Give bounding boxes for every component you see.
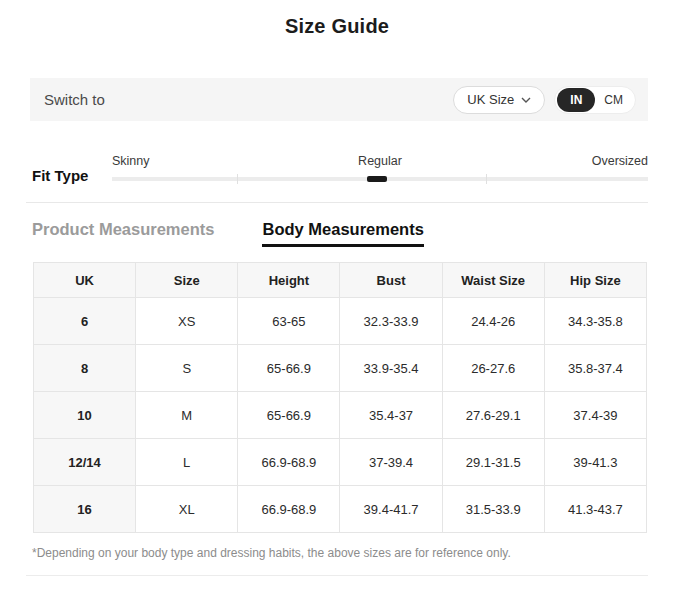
table-cell: 26-27.6: [442, 345, 544, 392]
table-cell: 37-39.4: [340, 439, 442, 486]
fit-option-oversized[interactable]: Oversized: [469, 154, 648, 168]
table-row: 6XS63-6532.3-33.924.4-2634.3-35.8: [34, 298, 647, 345]
table-cell: 27.6-29.1: [442, 392, 544, 439]
fit-type-options: Skinny Regular Oversized: [112, 154, 648, 168]
table-header-cell: Hip Size: [544, 263, 646, 298]
table-cell: 63-65: [238, 298, 340, 345]
table-header-cell: Waist Size: [442, 263, 544, 298]
table-cell: 65-66.9: [238, 345, 340, 392]
fit-type-slider: Skinny Regular Oversized: [112, 154, 648, 181]
table-header-cell: Height: [238, 263, 340, 298]
size-table-head: UKSizeHeightBustWaist SizeHip Size: [34, 263, 647, 298]
size-standard-dropdown[interactable]: UK Size: [453, 86, 545, 114]
footnote: *Depending on your body type and dressin…: [32, 546, 648, 560]
fit-slider-track[interactable]: [112, 177, 648, 181]
table-header-cell: Size: [136, 263, 238, 298]
table-cell: 31.5-33.9: [442, 486, 544, 533]
table-cell: 66.9-68.9: [238, 439, 340, 486]
table-header-cell: Bust: [340, 263, 442, 298]
table-header-row: UKSizeHeightBustWaist SizeHip Size: [34, 263, 647, 298]
size-table: UKSizeHeightBustWaist SizeHip Size 6XS63…: [33, 262, 647, 533]
table-cell: S: [136, 345, 238, 392]
unit-toggle: IN CM: [554, 86, 636, 114]
table-cell: 29.1-31.5: [442, 439, 544, 486]
table-cell: 32.3-33.9: [340, 298, 442, 345]
switch-to-label: Switch to: [44, 91, 105, 108]
table-header-cell: UK: [34, 263, 136, 298]
table-row: 10M65-66.935.4-3727.6-29.137.4-39: [34, 392, 647, 439]
table-cell: 24.4-26: [442, 298, 544, 345]
table-cell: 35.8-37.4: [544, 345, 646, 392]
fit-type-label: Fit Type: [32, 167, 112, 184]
table-row: 16XL66.9-68.939.4-41.731.5-33.941.3-43.7: [34, 486, 647, 533]
table-row: 12/14L66.9-68.937-39.429.1-31.539-41.3: [34, 439, 647, 486]
table-cell: 35.4-37: [340, 392, 442, 439]
table-cell: 37.4-39: [544, 392, 646, 439]
table-cell: 66.9-68.9: [238, 486, 340, 533]
table-cell: 39-41.3: [544, 439, 646, 486]
measurement-tabs: Product Measurements Body Measurements: [32, 220, 648, 247]
size-standard-value: UK Size: [467, 92, 514, 107]
fit-type-section: Fit Type Skinny Regular Oversized: [32, 154, 648, 181]
unit-option-in[interactable]: IN: [557, 88, 595, 112]
tab-product-measurements[interactable]: Product Measurements: [32, 220, 214, 247]
slider-tick: [237, 174, 238, 184]
row-size-label: 6: [34, 298, 136, 345]
table-cell: L: [136, 439, 238, 486]
bottom-divider: [26, 575, 648, 576]
tab-body-measurements[interactable]: Body Measurements: [262, 220, 423, 247]
size-table-body: 6XS63-6532.3-33.924.4-2634.3-35.88S65-66…: [34, 298, 647, 533]
chevron-down-icon: [521, 97, 531, 103]
table-cell: M: [136, 392, 238, 439]
table-cell: 33.9-35.4: [340, 345, 442, 392]
page-title: Size Guide: [0, 15, 674, 38]
switch-bar: Switch to UK Size IN CM: [30, 78, 648, 121]
fit-option-skinny[interactable]: Skinny: [112, 154, 291, 168]
row-size-label: 16: [34, 486, 136, 533]
fit-slider-thumb[interactable]: [367, 176, 387, 182]
row-size-label: 8: [34, 345, 136, 392]
table-row: 8S65-66.933.9-35.426-27.635.8-37.4: [34, 345, 647, 392]
table-cell: 41.3-43.7: [544, 486, 646, 533]
table-cell: 34.3-35.8: [544, 298, 646, 345]
row-size-label: 12/14: [34, 439, 136, 486]
table-cell: XL: [136, 486, 238, 533]
slider-tick: [486, 174, 487, 184]
table-cell: 39.4-41.7: [340, 486, 442, 533]
fit-option-regular[interactable]: Regular: [291, 154, 470, 168]
table-cell: 65-66.9: [238, 392, 340, 439]
table-cell: XS: [136, 298, 238, 345]
row-size-label: 10: [34, 392, 136, 439]
section-divider: [26, 202, 648, 203]
unit-option-cm[interactable]: CM: [595, 93, 633, 107]
